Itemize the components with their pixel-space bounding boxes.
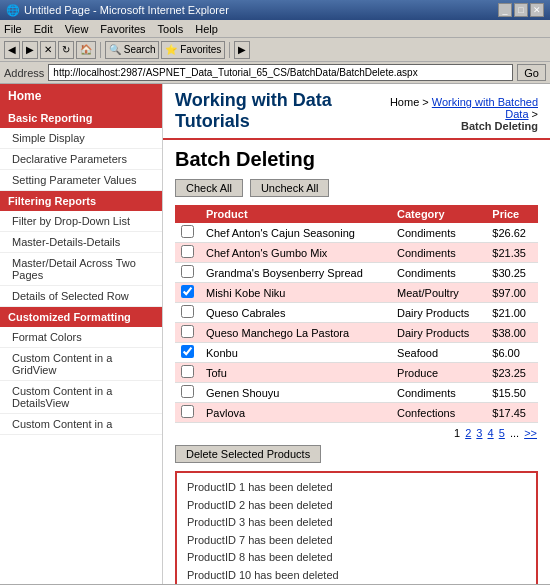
address-input[interactable] bbox=[48, 64, 513, 81]
deleted-message: ProductID 2 has been deleted bbox=[187, 497, 526, 515]
media-button[interactable]: ▶ bbox=[234, 41, 250, 59]
menu-view[interactable]: View bbox=[65, 23, 89, 35]
content-inner: Batch Deleting Check All Uncheck All Pro… bbox=[163, 140, 550, 584]
sidebar-home[interactable]: Home bbox=[0, 84, 162, 108]
delete-selected-button[interactable]: Delete Selected Products bbox=[175, 445, 321, 463]
sidebar-section-filtering-reports[interactable]: Filtering Reports bbox=[0, 191, 162, 211]
banner-title: Working with Data Tutorials bbox=[175, 90, 379, 132]
deleted-message: ProductID 1 has been deleted bbox=[187, 479, 526, 497]
menu-favorites[interactable]: Favorites bbox=[100, 23, 145, 35]
row-checkbox[interactable] bbox=[181, 225, 194, 238]
row-checkbox[interactable] bbox=[181, 345, 194, 358]
toolbar: ◀ ▶ ✕ ↻ 🏠 🔍 Search ⭐ Favorites ▶ bbox=[0, 38, 550, 62]
page-5[interactable]: 5 bbox=[499, 427, 505, 439]
page-title: Batch Deleting bbox=[175, 148, 538, 171]
row-checkbox[interactable] bbox=[181, 325, 194, 338]
row-price: $30.25 bbox=[486, 263, 538, 283]
row-checkbox[interactable] bbox=[181, 245, 194, 258]
pagination: 1 2 3 4 5 ... >> bbox=[175, 427, 538, 439]
forward-button[interactable]: ▶ bbox=[22, 41, 38, 59]
table-row: Chef Anton's Cajun SeasoningCondiments$2… bbox=[175, 223, 538, 243]
minimize-button[interactable]: _ bbox=[498, 3, 512, 17]
row-product: Pavlova bbox=[200, 403, 391, 423]
menu-tools[interactable]: Tools bbox=[158, 23, 184, 35]
row-product: Tofu bbox=[200, 363, 391, 383]
row-price: $23.25 bbox=[486, 363, 538, 383]
deleted-message: ProductID 7 has been deleted bbox=[187, 532, 526, 550]
row-checkbox[interactable] bbox=[181, 405, 194, 418]
table-row: TofuProduce$23.25 bbox=[175, 363, 538, 383]
breadcrumb-link[interactable]: Working with Batched Data bbox=[432, 96, 538, 120]
row-category: Condiments bbox=[391, 243, 486, 263]
row-price: $17.45 bbox=[486, 403, 538, 423]
sidebar: Home Basic Reporting Simple Display Decl… bbox=[0, 84, 163, 584]
col-header-checkbox bbox=[175, 205, 200, 223]
address-bar: Address Go bbox=[0, 62, 550, 84]
stop-button[interactable]: ✕ bbox=[40, 41, 56, 59]
menu-help[interactable]: Help bbox=[195, 23, 218, 35]
col-header-product: Product bbox=[200, 205, 391, 223]
menu-file[interactable]: File bbox=[4, 23, 22, 35]
deleted-message: ProductID 10 has been deleted bbox=[187, 567, 526, 584]
check-all-button[interactable]: Check All bbox=[175, 179, 243, 197]
sidebar-item-format-colors[interactable]: Format Colors bbox=[0, 327, 162, 348]
table-row: Queso CabralesDairy Products$21.00 bbox=[175, 303, 538, 323]
row-price: $21.00 bbox=[486, 303, 538, 323]
row-category: Meat/Poultry bbox=[391, 283, 486, 303]
row-category: Condiments bbox=[391, 263, 486, 283]
address-label: Address bbox=[4, 67, 44, 79]
row-price: $38.00 bbox=[486, 323, 538, 343]
row-product: Mishi Kobe Niku bbox=[200, 283, 391, 303]
row-product: Konbu bbox=[200, 343, 391, 363]
row-checkbox[interactable] bbox=[181, 385, 194, 398]
sidebar-item-custom-content-detailsview[interactable]: Custom Content in a DetailsView bbox=[0, 381, 162, 414]
sidebar-item-filter-dropdown[interactable]: Filter by Drop-Down List bbox=[0, 211, 162, 232]
row-checkbox[interactable] bbox=[181, 285, 194, 298]
page-next[interactable]: >> bbox=[524, 427, 537, 439]
close-button[interactable]: ✕ bbox=[530, 3, 544, 17]
go-button[interactable]: Go bbox=[517, 64, 546, 81]
home-button[interactable]: 🏠 bbox=[76, 41, 96, 59]
row-checkbox[interactable] bbox=[181, 265, 194, 278]
col-header-price: Price bbox=[486, 205, 538, 223]
ie-icon: 🌐 bbox=[6, 4, 20, 17]
row-product: Grandma's Boysenberry Spread bbox=[200, 263, 391, 283]
action-buttons: Check All Uncheck All bbox=[175, 179, 538, 197]
table-row: Mishi Kobe NikuMeat/Poultry$97.00 bbox=[175, 283, 538, 303]
sidebar-item-setting-parameter-values[interactable]: Setting Parameter Values bbox=[0, 170, 162, 191]
row-category: Condiments bbox=[391, 223, 486, 243]
row-price: $6.00 bbox=[486, 343, 538, 363]
search-button[interactable]: 🔍 Search bbox=[105, 41, 159, 59]
page-ellipsis: ... bbox=[510, 427, 519, 439]
sidebar-item-simple-display[interactable]: Simple Display bbox=[0, 128, 162, 149]
favorites-button[interactable]: ⭐ Favorites bbox=[161, 41, 225, 59]
sidebar-item-master-detail-two-pages[interactable]: Master/Detail Across Two Pages bbox=[0, 253, 162, 286]
back-button[interactable]: ◀ bbox=[4, 41, 20, 59]
sidebar-item-custom-content-gridview[interactable]: Custom Content in a GridView bbox=[0, 348, 162, 381]
maximize-button[interactable]: □ bbox=[514, 3, 528, 17]
breadcrumb: Home > Working with Batched Data > Batch… bbox=[379, 96, 538, 132]
sidebar-item-custom-content-other[interactable]: Custom Content in a bbox=[0, 414, 162, 435]
products-table: Product Category Price Chef Anton's Caju… bbox=[175, 205, 538, 423]
toolbar-separator2 bbox=[229, 42, 230, 58]
row-product: Genen Shouyu bbox=[200, 383, 391, 403]
content-area: Working with Data Tutorials Home > Worki… bbox=[163, 84, 550, 584]
sidebar-section-basic-reporting[interactable]: Basic Reporting bbox=[0, 108, 162, 128]
page-2[interactable]: 2 bbox=[465, 427, 471, 439]
window-controls[interactable]: _ □ ✕ bbox=[498, 3, 544, 17]
menu-edit[interactable]: Edit bbox=[34, 23, 53, 35]
table-row: Grandma's Boysenberry SpreadCondiments$3… bbox=[175, 263, 538, 283]
page-3[interactable]: 3 bbox=[476, 427, 482, 439]
row-checkbox[interactable] bbox=[181, 305, 194, 318]
sidebar-section-customized-formatting[interactable]: Customized Formatting bbox=[0, 307, 162, 327]
sidebar-item-details-selected-row[interactable]: Details of Selected Row bbox=[0, 286, 162, 307]
sidebar-item-declarative-parameters[interactable]: Declarative Parameters bbox=[0, 149, 162, 170]
row-checkbox[interactable] bbox=[181, 365, 194, 378]
sidebar-item-master-details[interactable]: Master-Details-Details bbox=[0, 232, 162, 253]
refresh-button[interactable]: ↻ bbox=[58, 41, 74, 59]
deleted-message: ProductID 8 has been deleted bbox=[187, 549, 526, 567]
page-4[interactable]: 4 bbox=[488, 427, 494, 439]
uncheck-all-button[interactable]: Uncheck All bbox=[250, 179, 329, 197]
row-category: Confections bbox=[391, 403, 486, 423]
window-title: Untitled Page - Microsoft Internet Explo… bbox=[24, 4, 229, 16]
